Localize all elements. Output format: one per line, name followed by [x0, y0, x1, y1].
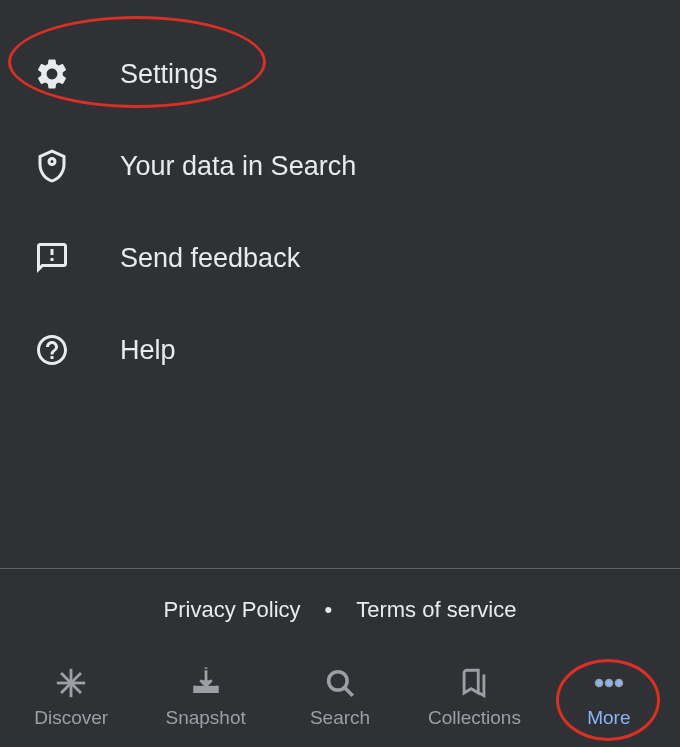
help-icon	[30, 328, 74, 372]
menu-item-your-data[interactable]: Your data in Search	[0, 120, 680, 212]
menu-list: Settings Your data in Search Send feedba…	[0, 0, 680, 568]
nav-item-search[interactable]: Search	[273, 665, 407, 729]
svg-point-5	[329, 672, 347, 690]
nav-label-snapshot: Snapshot	[165, 707, 245, 729]
menu-label-settings: Settings	[120, 59, 218, 90]
svg-point-8	[605, 679, 612, 686]
nav-item-snapshot[interactable]: Snapshot	[138, 665, 272, 729]
footer-links: Privacy Policy • Terms of service	[0, 568, 680, 647]
shield-icon	[30, 144, 74, 188]
svg-point-7	[595, 679, 602, 686]
menu-label-your-data: Your data in Search	[120, 151, 356, 182]
menu-label-feedback: Send feedback	[120, 243, 300, 274]
nav-item-discover[interactable]: Discover	[4, 665, 138, 729]
menu-item-help[interactable]: Help	[0, 304, 680, 396]
svg-line-6	[345, 688, 353, 696]
more-icon	[591, 665, 627, 701]
bottom-nav: Discover Snapshot Search Collections Mor…	[0, 647, 680, 747]
menu-item-settings[interactable]: Settings	[0, 28, 680, 120]
nav-item-collections[interactable]: Collections	[407, 665, 541, 729]
discover-icon	[53, 665, 89, 701]
nav-item-more[interactable]: More	[542, 665, 676, 729]
search-icon	[322, 665, 358, 701]
gear-icon	[30, 52, 74, 96]
menu-item-feedback[interactable]: Send feedback	[0, 212, 680, 304]
dot-separator: •	[325, 597, 333, 623]
menu-label-help: Help	[120, 335, 176, 366]
privacy-policy-link[interactable]: Privacy Policy	[164, 597, 301, 623]
nav-label-collections: Collections	[428, 707, 521, 729]
feedback-icon	[30, 236, 74, 280]
collections-icon	[456, 665, 492, 701]
nav-label-more: More	[587, 707, 630, 729]
nav-label-search: Search	[310, 707, 370, 729]
svg-point-9	[615, 679, 622, 686]
terms-of-service-link[interactable]: Terms of service	[356, 597, 516, 623]
snapshot-icon	[188, 665, 224, 701]
nav-label-discover: Discover	[34, 707, 108, 729]
